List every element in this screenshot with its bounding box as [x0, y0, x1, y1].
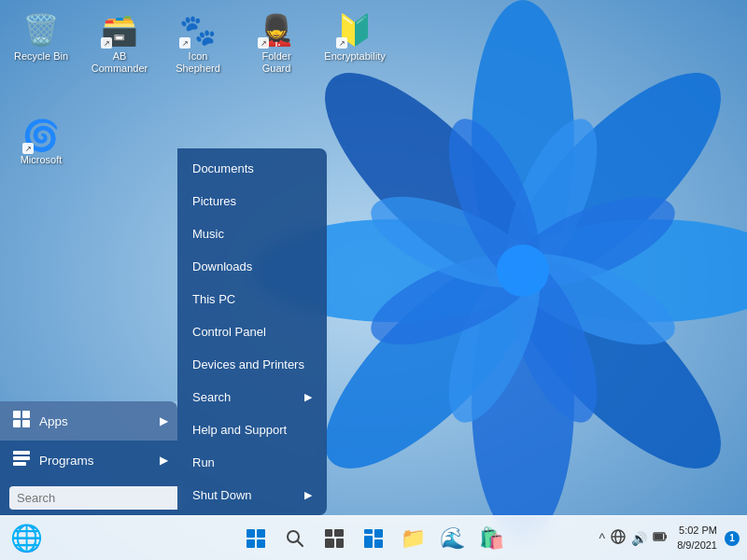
pictures-label: Pictures: [192, 194, 236, 208]
search-label: Search: [192, 390, 231, 404]
control-panel-label: Control Panel: [192, 325, 266, 339]
devices-printers-label: Devices and Printers: [192, 357, 304, 371]
svg-rect-22: [13, 451, 30, 455]
shortcut-arrow: ↗: [101, 37, 112, 49]
taskbar-file-explorer-button[interactable]: 📁: [394, 520, 431, 557]
svg-rect-34: [336, 539, 344, 548]
submenu-search[interactable]: Search ▶: [177, 381, 327, 413]
desktop-icon-icon-shepherd[interactable]: 🐾 ↗ Icon Shepherd: [164, 7, 232, 78]
svg-rect-20: [13, 420, 21, 427]
taskbar-left: 🌐: [7, 520, 45, 557]
taskbar-edge-button[interactable]: 🌊: [433, 520, 471, 557]
submenu-control-panel[interactable]: Control Panel: [177, 315, 327, 348]
tray-chevron-icon[interactable]: ^: [598, 529, 608, 548]
shut-down-arrow: ▶: [304, 489, 312, 501]
submenu-panel: Documents Pictures Music Downloads This …: [177, 148, 327, 515]
this-pc-label: This PC: [192, 292, 235, 306]
desktop-icons-row1: 🗑️ Recycle Bin 🗃️ ↗ AB Commander 🐾 ↗ Ico…: [7, 7, 400, 78]
encryptability-label: Encryptability: [324, 50, 385, 63]
svg-rect-21: [22, 420, 30, 427]
svg-rect-18: [13, 411, 21, 418]
desktop-icon-ab-commander[interactable]: 🗃️ ↗ AB Commander: [86, 7, 153, 78]
svg-rect-25: [247, 529, 255, 538]
svg-rect-32: [334, 529, 344, 537]
desktop-icon-encryptability[interactable]: 🔰 ↗ Encryptability: [321, 7, 388, 78]
apps-label: Apps: [39, 414, 68, 428]
svg-rect-43: [665, 535, 667, 539]
programs-label: Programs: [39, 454, 94, 468]
submenu-devices-printers[interactable]: Devices and Printers: [177, 348, 327, 381]
tray-speaker-icon[interactable]: 🔊: [629, 529, 649, 548]
desktop-icon-recycle-bin[interactable]: 🗑️ Recycle Bin: [7, 7, 75, 78]
notification-badge[interactable]: 1: [725, 531, 740, 546]
submenu-pictures[interactable]: Pictures: [177, 185, 327, 217]
taskbar-widgets-button[interactable]: [355, 520, 392, 557]
encryptability-icon: 🔰 ↗: [336, 11, 374, 49]
submenu-this-pc[interactable]: This PC: [177, 283, 327, 315]
submenu-help-support[interactable]: Help and Support: [177, 413, 327, 446]
recycle-bin-icon: 🗑️: [22, 11, 60, 49]
svg-rect-19: [22, 411, 30, 418]
documents-label: Documents: [192, 161, 254, 175]
programs-icon: [13, 450, 30, 470]
microsoft-edge-icon: 🌀 ↗: [22, 117, 60, 154]
run-label: Run: [192, 455, 215, 469]
downloads-label: Downloads: [192, 259, 252, 273]
desktop-icon-folder-guard[interactable]: 💂 ↗ Folder Guard: [243, 7, 310, 78]
svg-rect-28: [257, 539, 265, 548]
taskbar-task-view-button[interactable]: [316, 520, 353, 557]
search-arrow: ▶: [304, 391, 312, 403]
icon-shepherd-icon: 🐾 ↗: [179, 11, 217, 49]
desktop-icon-microsoft-edge[interactable]: 🌀 ↗ Microsoft: [7, 117, 75, 165]
taskbar-systray: ^ 🔊: [598, 527, 670, 549]
folder-guard-label: Folder Guard: [247, 50, 306, 75]
svg-rect-35: [364, 529, 373, 534]
folder-guard-icon: 💂 ↗: [258, 11, 295, 49]
tray-battery-icon[interactable]: [651, 527, 669, 549]
taskbar-globe-button[interactable]: 🌐: [7, 520, 45, 557]
svg-rect-23: [13, 456, 30, 460]
taskbar: 🌐: [0, 515, 747, 560]
submenu-run[interactable]: Run: [177, 446, 327, 479]
svg-rect-44: [655, 534, 663, 539]
taskbar-clock[interactable]: 5:02 PM 8/9/2021: [673, 524, 721, 553]
svg-rect-38: [374, 539, 383, 548]
shortcut-arrow: ↗: [179, 37, 190, 49]
svg-rect-26: [257, 529, 265, 538]
submenu-downloads[interactable]: Downloads: [177, 250, 327, 283]
svg-rect-37: [364, 536, 373, 548]
submenu-shut-down[interactable]: Shut Down ▶: [177, 479, 327, 511]
taskbar-right: ^ 🔊 5:02 PM 8/9/2021 1: [598, 524, 740, 553]
help-support-label: Help and Support: [192, 423, 287, 437]
submenu-music[interactable]: Music: [177, 217, 327, 250]
svg-rect-36: [374, 529, 383, 538]
taskbar-start-button[interactable]: [237, 520, 275, 557]
svg-rect-33: [325, 539, 334, 548]
apps-arrow: ▶: [160, 414, 168, 427]
shortcut-arrow: ↗: [336, 37, 347, 49]
icon-shepherd-label: Icon Shepherd: [168, 50, 228, 75]
programs-arrow: ▶: [160, 454, 168, 467]
svg-point-29: [288, 531, 299, 542]
shut-down-label: Shut Down: [192, 488, 252, 502]
svg-point-17: [497, 245, 549, 297]
svg-rect-27: [247, 539, 255, 548]
shortcut-arrow: ↗: [22, 143, 34, 154]
svg-rect-24: [13, 462, 26, 466]
taskbar-search-button[interactable]: [276, 520, 314, 557]
svg-line-30: [298, 541, 303, 546]
music-label: Music: [192, 227, 224, 241]
submenu-documents[interactable]: Documents: [177, 152, 327, 185]
start-menu-search-container: 🔍: [9, 485, 168, 510]
start-menu: Apps ▶ Programs ▶ 🔍: [0, 401, 177, 515]
ab-commander-icon: 🗃️ ↗: [101, 11, 138, 49]
taskbar-store-button[interactable]: 🛍️: [472, 520, 510, 557]
start-menu-search-input[interactable]: [9, 486, 181, 510]
start-menu-apps[interactable]: Apps ▶: [0, 401, 177, 441]
start-menu-programs[interactable]: Programs ▶: [0, 441, 177, 480]
microsoft-edge-label: Microsoft: [21, 154, 63, 165]
recycle-bin-label: Recycle Bin: [14, 50, 68, 63]
ab-commander-label: AB Commander: [90, 50, 149, 75]
taskbar-center: 📁 🌊 🛍️: [237, 520, 510, 557]
tray-network-icon[interactable]: [609, 527, 627, 549]
